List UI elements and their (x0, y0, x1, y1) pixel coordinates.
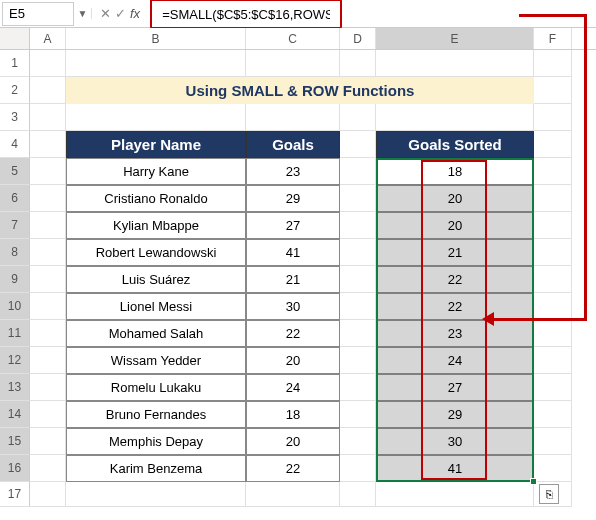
table-cell[interactable]: 21 (246, 266, 340, 293)
table-cell[interactable]: 22 (246, 455, 340, 482)
col-header-D[interactable]: D (340, 28, 376, 49)
col-header-E[interactable]: E (376, 28, 534, 49)
table-cell[interactable]: Karim Benzema (66, 455, 246, 482)
table-cell[interactable]: Wissam Yedder (66, 347, 246, 374)
header-sorted[interactable]: Goals Sorted (376, 131, 534, 158)
row-header-5[interactable]: 5 (0, 158, 30, 185)
fx-icon[interactable]: fx (130, 6, 140, 21)
formula-confirm-icon[interactable]: ✓ (115, 6, 126, 21)
row-header-6[interactable]: 6 (0, 185, 30, 212)
table-cell[interactable]: Mohamed Salah (66, 320, 246, 347)
spreadsheet-grid: A B C D E F 1 2 3 4 5 6 7 8 9 10 11 12 1… (0, 28, 596, 507)
table-cell[interactable]: 18 (246, 401, 340, 428)
table-cell[interactable]: 23 (246, 158, 340, 185)
sorted-cell[interactable]: 18 (376, 158, 534, 185)
formula-input[interactable] (156, 2, 336, 26)
table-cell[interactable]: Cristiano Ronaldo (66, 185, 246, 212)
column-headers: A B C D E F (0, 28, 596, 50)
row-header-2[interactable]: 2 (0, 77, 30, 104)
row-header-4[interactable]: 4 (0, 131, 30, 158)
name-box[interactable]: E5 (2, 2, 74, 26)
title-cell[interactable]: Using SMALL & ROW Functions (66, 77, 534, 104)
cells-area[interactable]: Using SMALL & ROW Functions Player Name … (30, 50, 596, 507)
table-cell[interactable]: 41 (246, 239, 340, 266)
sorted-cell[interactable]: 41 (376, 455, 534, 482)
table-cell[interactable]: 20 (246, 347, 340, 374)
table-cell[interactable]: Luis Suárez (66, 266, 246, 293)
sorted-cell[interactable]: 29 (376, 401, 534, 428)
formula-highlight-box (150, 0, 342, 29)
table-cell[interactable]: 27 (246, 212, 340, 239)
row-header-1[interactable]: 1 (0, 50, 30, 77)
header-player[interactable]: Player Name (66, 131, 246, 158)
table-cell[interactable]: 29 (246, 185, 340, 212)
sorted-cell[interactable]: 27 (376, 374, 534, 401)
table-cell[interactable]: Kylian Mbappe (66, 212, 246, 239)
select-all-corner[interactable] (0, 28, 30, 49)
row-header-15[interactable]: 15 (0, 428, 30, 455)
header-goals[interactable]: Goals (246, 131, 340, 158)
formula-cancel-icon[interactable]: ✕ (100, 6, 111, 21)
row-header-16[interactable]: 16 (0, 455, 30, 482)
row-header-14[interactable]: 14 (0, 401, 30, 428)
table-cell[interactable]: 30 (246, 293, 340, 320)
table-cell[interactable]: Memphis Depay (66, 428, 246, 455)
row-header-12[interactable]: 12 (0, 347, 30, 374)
col-header-B[interactable]: B (66, 28, 246, 49)
sorted-cell[interactable]: 24 (376, 347, 534, 374)
autofill-options-icon[interactable]: ⎘ (539, 484, 559, 504)
row-header-7[interactable]: 7 (0, 212, 30, 239)
col-header-F[interactable]: F (534, 28, 572, 49)
name-box-dropdown[interactable]: ▼ (74, 8, 92, 19)
row-header-13[interactable]: 13 (0, 374, 30, 401)
row-header-3[interactable]: 3 (0, 104, 30, 131)
col-header-A[interactable]: A (30, 28, 66, 49)
table-cell[interactable]: 22 (246, 320, 340, 347)
table-cell[interactable]: Lionel Messi (66, 293, 246, 320)
table-cell[interactable]: 24 (246, 374, 340, 401)
row-header-8[interactable]: 8 (0, 239, 30, 266)
sorted-cell[interactable]: 21 (376, 239, 534, 266)
sorted-cell[interactable]: 20 (376, 212, 534, 239)
table-cell[interactable]: Romelu Lukaku (66, 374, 246, 401)
row-header-10[interactable]: 10 (0, 293, 30, 320)
table-cell[interactable]: 20 (246, 428, 340, 455)
row-header-17[interactable]: 17 (0, 482, 30, 507)
row-headers: 1 2 3 4 5 6 7 8 9 10 11 12 13 14 15 16 1… (0, 50, 30, 507)
row-header-9[interactable]: 9 (0, 266, 30, 293)
sorted-cell[interactable]: 22 (376, 293, 534, 320)
table-cell[interactable]: Bruno Fernandes (66, 401, 246, 428)
col-header-C[interactable]: C (246, 28, 340, 49)
table-cell[interactable]: Harry Kane (66, 158, 246, 185)
row-header-11[interactable]: 11 (0, 320, 30, 347)
sorted-cell[interactable]: 30 (376, 428, 534, 455)
sorted-cell[interactable]: 20 (376, 185, 534, 212)
table-cell[interactable]: Robert Lewandowski (66, 239, 246, 266)
sorted-cell[interactable]: 22 (376, 266, 534, 293)
sorted-cell[interactable]: 23 (376, 320, 534, 347)
formula-bar: E5 ▼ ✕ ✓ fx (0, 0, 596, 28)
